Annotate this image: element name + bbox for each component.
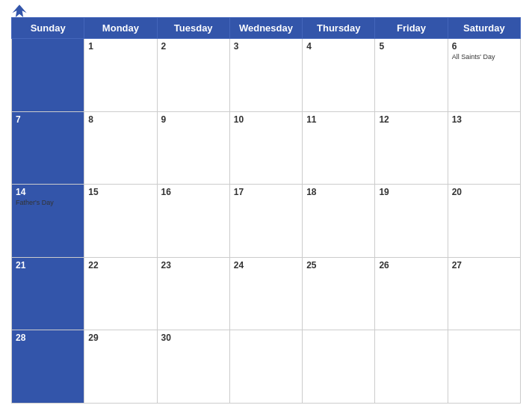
calendar-cell: 30 [157, 330, 229, 404]
calendar-cell: 28 [12, 330, 84, 404]
calendar-cell: 3 [229, 39, 302, 112]
calendar-cell: 11 [303, 111, 375, 185]
day-number: 16 [161, 187, 226, 197]
holiday-label: Father's Day [16, 199, 80, 206]
week-row-5: 282930 [12, 330, 521, 404]
day-number: 22 [88, 260, 152, 271]
day-number: 9 [161, 114, 226, 125]
days-header-row: SundayMondayTuesdayWednesdayThursdayFrid… [12, 18, 521, 39]
calendar-cell: 15 [84, 185, 157, 258]
day-number: 24 [234, 260, 298, 271]
day-number: 19 [379, 187, 443, 197]
day-number: 11 [306, 114, 371, 125]
day-header-monday: Monday [84, 18, 157, 39]
day-header-friday: Friday [375, 18, 448, 39]
day-number: 2 [161, 41, 226, 52]
day-number: 20 [452, 187, 516, 197]
day-number: 7 [16, 114, 80, 125]
day-number: 10 [234, 114, 298, 125]
calendar-cell: 25 [303, 257, 375, 330]
day-number: 1 [88, 41, 152, 52]
holiday-label: All Saints' Day [452, 53, 516, 61]
calendar-cell: 5 [375, 39, 448, 112]
calendar-cell: 8 [84, 111, 157, 185]
day-header-tuesday: Tuesday [157, 18, 229, 39]
week-row-3: 14Father's Day151617181920 [12, 185, 521, 258]
calendar-cell: 23 [157, 257, 229, 330]
day-number: 3 [234, 41, 298, 52]
calendar-cell: 6All Saints' Day [448, 39, 520, 112]
calendar-cell: 12 [375, 111, 448, 185]
calendar-cell: 2 [157, 39, 229, 112]
calendar-cell: 10 [229, 111, 302, 185]
calendar-cell: 24 [229, 257, 302, 330]
logo-icon [11, 3, 28, 19]
day-number: 15 [88, 187, 152, 197]
day-number: 27 [452, 260, 516, 271]
calendar-cell [448, 330, 520, 404]
calendar-cell: 19 [375, 185, 448, 258]
calendar-cell: 17 [229, 185, 302, 258]
calendar-cell: 20 [448, 185, 520, 258]
day-header-sunday: Sunday [12, 18, 84, 39]
day-number: 29 [88, 333, 152, 343]
day-number: 6 [452, 41, 516, 52]
week-row-2: 78910111213 [12, 111, 521, 185]
logo [11, 3, 30, 19]
calendar-cell: 26 [375, 257, 448, 330]
calendar-cell: 7 [12, 111, 84, 185]
day-number: 4 [306, 41, 371, 52]
day-number: 30 [161, 333, 226, 343]
day-header-saturday: Saturday [448, 18, 520, 39]
calendar-cell: 22 [84, 257, 157, 330]
day-number: 18 [306, 187, 371, 197]
day-header-thursday: Thursday [303, 18, 375, 39]
week-row-4: 21222324252627 [12, 257, 521, 330]
calendar-cell: 18 [303, 185, 375, 258]
calendar-cell: 14Father's Day [12, 185, 84, 258]
day-number: 23 [161, 260, 226, 271]
day-number: 25 [306, 260, 371, 271]
day-number: 26 [379, 260, 443, 271]
day-number: 14 [16, 187, 80, 197]
day-number: 12 [379, 114, 443, 125]
calendar-table: SundayMondayTuesdayWednesdayThursdayFrid… [11, 17, 521, 404]
day-number: 28 [16, 333, 80, 343]
calendar-cell [12, 39, 84, 112]
calendar-cell: 1 [84, 39, 157, 112]
svg-marker-0 [12, 4, 26, 17]
calendar-cell: 21 [12, 257, 84, 330]
calendar-cell: 29 [84, 330, 157, 404]
day-number: 17 [234, 187, 298, 197]
day-number: 5 [379, 41, 443, 52]
week-row-1: 123456All Saints' Day [12, 39, 521, 112]
calendar-cell: 13 [448, 111, 520, 185]
day-number: 8 [88, 114, 152, 125]
day-header-wednesday: Wednesday [229, 18, 302, 39]
calendar-cell [229, 330, 302, 404]
day-number: 21 [16, 260, 80, 271]
calendar-cell [375, 330, 448, 404]
calendar-header [11, 7, 521, 17]
calendar-cell: 4 [303, 39, 375, 112]
day-number: 13 [452, 114, 516, 125]
calendar-cell: 27 [448, 257, 520, 330]
calendar-cell: 16 [157, 185, 229, 258]
calendar-cell: 9 [157, 111, 229, 185]
calendar-cell [303, 330, 375, 404]
